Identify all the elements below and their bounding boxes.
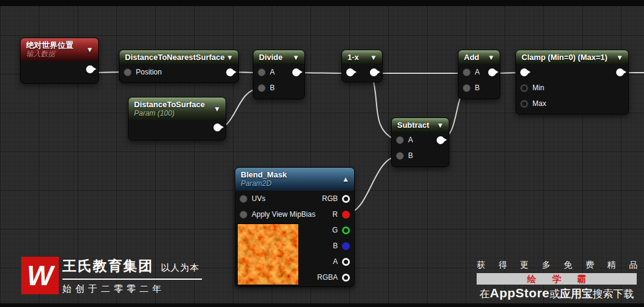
node-header[interactable]: Clamp (Min=0) (Max=1) ▼ [516,50,628,64]
node-title: DistanceToNearestSurface [125,53,223,62]
node-header[interactable]: Add ▼ [458,50,500,64]
output-pin-rgba[interactable] [342,274,350,282]
output-pin-rgb[interactable] [342,195,350,203]
output-pin[interactable] [437,136,444,144]
node-title: DistanceToSurface [134,100,210,109]
input-pin-b[interactable] [396,152,404,160]
node-header[interactable]: 绝对世界位置 输入数据 ▼ [21,38,98,61]
input-pin-a[interactable] [258,68,266,76]
pin-label: B [333,242,338,250]
logo-w-glyph: W [27,262,53,289]
pin-label: A [270,68,275,76]
output-pin-b[interactable] [342,242,350,250]
node-distance-to-surface[interactable]: DistanceToSurface Param (100) ▼ [128,97,226,140]
node-title: 1-x [347,53,366,62]
node-subtitle: Param2D [241,179,338,188]
fire-texture-preview[interactable] [237,223,299,285]
node-header[interactable]: Divide ▼ [253,50,304,64]
node-header[interactable]: DistanceToNearestSurface ▼ [119,50,238,64]
node-title: Clamp (Min=0) (Max=1) [522,53,612,62]
bottom-letterbox-bar [0,303,644,307]
brand-logo: W [21,257,59,294]
output-pin[interactable] [86,65,94,73]
output-pin[interactable] [292,68,300,76]
node-title: Divide [259,53,289,62]
output-pin-g[interactable] [342,226,350,234]
collapse-arrow-icon[interactable]: ▼ [488,54,495,61]
brand-divider [62,279,202,280]
node-subtitle: Param (100) [134,109,210,118]
pin-label: B [408,151,413,160]
input-pin-b[interactable] [463,84,471,92]
input-pin-position[interactable] [124,68,132,76]
output-pin[interactable] [488,68,496,76]
brand-name: 王氏教育集团 [62,257,153,276]
node-absolute-world-position[interactable]: 绝对世界位置 输入数据 ▼ [20,38,99,84]
node-clamp[interactable]: Clamp (Min=0) (Max=1) ▼ Min Max [515,50,629,114]
collapse-arrow-icon[interactable]: ▼ [616,54,623,61]
pin-label: A [333,257,338,266]
input-pin-a[interactable] [463,68,471,76]
promo-seg: 或 [549,288,560,300]
node-header[interactable]: Blend_Mask Param2D ▲ [235,168,354,191]
node-header[interactable]: DistanceToSurface Param (100) ▼ [129,97,226,120]
output-pin-a[interactable] [342,258,350,266]
collapse-arrow-icon[interactable]: ▼ [292,54,300,61]
node-title: Add [464,53,484,62]
node-header[interactable]: Subtract ▼ [392,118,449,132]
collapse-arrow-icon[interactable]: ▼ [226,54,233,61]
promo-app-name: 绘 学 霸 [477,273,637,285]
pin-label: Position [136,68,162,76]
node-add[interactable]: Add ▼ A B [458,50,500,99]
pin-label: B [270,84,275,92]
input-pin[interactable] [346,68,354,76]
collapse-arrow-icon[interactable]: ▼ [213,105,221,113]
promo-seg: 在 [480,288,490,300]
node-subtract[interactable]: Subtract ▼ A B [391,117,449,167]
input-pin-uvs[interactable] [240,195,247,203]
output-pin[interactable] [370,68,378,76]
input-pin-max[interactable] [520,100,528,108]
top-letterbox-bar [0,0,644,6]
node-distance-to-nearest-surface[interactable]: DistanceToNearestSurface ▼ Position [119,50,239,83]
pin-label: Min [532,84,544,92]
output-pin-r[interactable] [342,211,350,219]
pin-label: RGB [322,194,338,203]
node-header[interactable]: 1-x ▼ [342,50,382,64]
output-pin[interactable] [226,68,234,76]
collapse-arrow-icon[interactable]: ▼ [86,46,93,53]
node-title: Subtract [397,120,433,130]
promo-seg: 搜索下载 [592,288,634,300]
pin-label: RGBA [317,273,338,282]
node-one-minus-x[interactable]: 1-x ▼ [341,50,383,82]
collapse-arrow-icon[interactable]: ▲ [342,176,349,183]
promo-watermark: 获 得 更 多 免 费 精 品 教 程 绘 学 霸 在AppStore或应用宝搜… [477,260,637,301]
brand-tagline: 始 创 于 二 零 零 二 年 [62,283,208,295]
node-subtitle: 输入数据 [26,50,82,59]
node-title: Blend_Mask [241,170,338,179]
node-divide[interactable]: Divide ▼ A B [253,50,305,99]
pin-label: UVs [252,194,266,203]
collapse-arrow-icon[interactable]: ▼ [370,54,377,61]
input-pin-mipbias[interactable] [240,211,247,219]
input-pin-b[interactable] [258,84,266,92]
promo-yingyongbao: 应用宝 [560,288,592,300]
promo-appstore: AppStore [490,286,550,300]
pin-label: G [332,226,338,234]
node-title: 绝对世界位置 [26,41,82,50]
input-pin-value[interactable] [520,68,528,76]
brand-slogan: 以人为本 [161,262,200,274]
pin-label: Max [532,99,546,108]
material-graph-canvas[interactable]: 绝对世界位置 输入数据 ▼ DistanceToNearestSurface ▼… [0,0,644,307]
input-pin-a[interactable] [396,136,404,144]
pin-label: R [332,210,338,219]
pin-label: Apply View MipBias [252,210,315,219]
output-pin[interactable] [616,68,624,76]
pin-label: A [408,136,413,144]
output-pin[interactable] [213,124,221,131]
collapse-arrow-icon[interactable]: ▼ [437,122,444,129]
promo-line1: 获 得 更 多 免 费 精 品 教 程 [477,260,637,271]
node-blend-mask[interactable]: Blend_Mask Param2D ▲ UVs RGB Apply View … [235,167,355,287]
input-pin-min[interactable] [520,84,528,92]
pin-label: A [475,68,480,76]
